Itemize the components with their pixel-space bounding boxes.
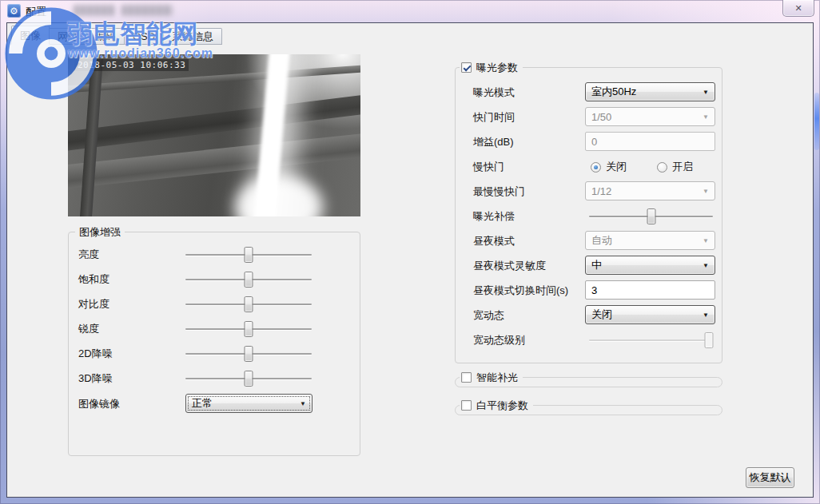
slowest-shutter-dropdown: 1/12 ▼ bbox=[585, 181, 715, 200]
slowest-shutter-label: 最慢慢快门 bbox=[473, 185, 525, 199]
image-enhance-title: 图像增强 bbox=[75, 225, 125, 240]
tab-network[interactable]: 网络 bbox=[50, 28, 87, 45]
chevron-down-icon: ▼ bbox=[703, 262, 709, 269]
slow-shutter-off-label: 关闭 bbox=[606, 160, 627, 174]
nr3d-label: 3D降噪 bbox=[78, 371, 113, 386]
exposure-group: 曝光参数 曝光模式 室内50Hz ▼ 快门时间 1/50 ▼ 增益(dB) bbox=[455, 67, 722, 363]
slider-thumb[interactable] bbox=[245, 247, 253, 263]
slider-thumb[interactable] bbox=[647, 208, 655, 224]
nr2d-slider[interactable] bbox=[185, 345, 312, 363]
tab-image[interactable]: 图像 bbox=[11, 26, 50, 45]
day-night-mode-value: 自动 bbox=[591, 233, 612, 248]
slowest-shutter-value: 1/12 bbox=[591, 185, 611, 197]
contrast-slider[interactable] bbox=[185, 296, 312, 313]
app-window: ⚙ 配置 ✕ 图像 网络 编码 OSD 系统信息 2018-05-03 10:0… bbox=[0, 0, 820, 504]
wdr-level-slider bbox=[589, 331, 713, 349]
saturation-slider[interactable] bbox=[185, 271, 312, 288]
nr3d-slider[interactable] bbox=[185, 370, 312, 387]
slider-thumb[interactable] bbox=[245, 371, 253, 387]
brightness-label: 亮度 bbox=[78, 248, 99, 262]
chevron-down-icon: ▼ bbox=[703, 237, 709, 244]
slider-thumb bbox=[705, 332, 714, 348]
wdr-value: 关闭 bbox=[591, 308, 612, 322]
day-night-mode-label: 昼夜模式 bbox=[473, 234, 515, 248]
camera-preview: 2018-05-03 10:06:33 bbox=[68, 54, 360, 216]
white-balance-group: 白平衡参数 bbox=[455, 405, 722, 415]
radio-icon[interactable] bbox=[657, 162, 667, 173]
wdr-level-label: 宽动态级别 bbox=[473, 333, 525, 347]
tab-osd[interactable]: OSD bbox=[125, 28, 164, 45]
chevron-down-icon: ▼ bbox=[703, 89, 709, 96]
tab-bar: 图像 网络 编码 OSD 系统信息 bbox=[11, 26, 222, 45]
switch-time-input[interactable]: 3 bbox=[585, 280, 715, 300]
censored-text-block bbox=[121, 5, 173, 16]
chevron-down-icon: ▼ bbox=[703, 312, 709, 319]
brightness-slider[interactable] bbox=[185, 246, 312, 264]
switch-time-value: 3 bbox=[591, 284, 597, 296]
chevron-down-icon: ▼ bbox=[703, 113, 709, 121]
gain-input: 0 bbox=[585, 132, 715, 151]
shutter-time-value: 1/50 bbox=[591, 111, 611, 123]
slow-shutter-on-radio[interactable]: 开启 bbox=[657, 160, 693, 174]
tab-system-info[interactable]: 系统信息 bbox=[164, 28, 222, 45]
timestamp-overlay: 2018-05-03 10:06:33 bbox=[74, 59, 189, 71]
switch-time-label: 昼夜模式切换时间(s) bbox=[473, 284, 568, 298]
sharpness-slider[interactable] bbox=[185, 320, 312, 338]
wdr-dropdown[interactable]: 关闭 ▼ bbox=[585, 305, 715, 324]
day-night-mode-dropdown: 自动 ▼ bbox=[585, 231, 715, 250]
titlebar[interactable]: ⚙ 配置 ✕ bbox=[0, 0, 820, 22]
config-dialog: 图像 网络 编码 OSD 系统信息 2018-05-03 10:06:33 图像… bbox=[6, 22, 814, 498]
smart-light-group: 智能补光 bbox=[455, 377, 722, 387]
saturation-label: 饱和度 bbox=[78, 272, 109, 287]
window-edge-glow bbox=[814, 93, 819, 150]
contrast-label: 对比度 bbox=[78, 297, 109, 312]
window-title: 配置 bbox=[26, 5, 46, 19]
shutter-time-label: 快门时间 bbox=[473, 110, 515, 125]
slider-thumb[interactable] bbox=[245, 346, 253, 362]
slow-shutter-on-label: 开启 bbox=[672, 160, 693, 174]
mirror-label: 图像镜像 bbox=[78, 397, 120, 411]
day-night-sensitivity-label: 昼夜模式灵敏度 bbox=[473, 259, 546, 273]
slider-thumb[interactable] bbox=[245, 296, 253, 312]
exposure-mode-dropdown[interactable]: 室内50Hz ▼ bbox=[585, 82, 715, 101]
censored-text-block bbox=[74, 5, 115, 16]
gain-label: 增益(dB) bbox=[473, 135, 514, 149]
nr2d-label: 2D降噪 bbox=[78, 347, 113, 361]
gain-value: 0 bbox=[591, 136, 597, 148]
exposure-compensation-slider[interactable] bbox=[589, 208, 713, 225]
slider-thumb[interactable] bbox=[245, 272, 253, 288]
sharpness-label: 锐度 bbox=[78, 322, 99, 336]
exposure-checkbox[interactable] bbox=[461, 62, 472, 73]
exposure-title: 曝光参数 bbox=[476, 61, 518, 75]
chevron-down-icon: ▼ bbox=[703, 188, 709, 195]
white-balance-title: 白平衡参数 bbox=[476, 399, 528, 413]
image-enhance-group: 图像增强 亮度 饱和度 对比度 bbox=[68, 232, 360, 456]
slow-shutter-label: 慢快门 bbox=[473, 160, 504, 174]
smart-light-checkbox[interactable] bbox=[461, 372, 472, 383]
exposure-mode-label: 曝光模式 bbox=[473, 85, 515, 100]
chevron-down-icon: ▼ bbox=[300, 400, 306, 407]
slider-track bbox=[589, 339, 713, 341]
gear-icon: ⚙ bbox=[7, 4, 21, 18]
slow-shutter-off-radio[interactable]: 关闭 bbox=[591, 160, 627, 174]
wdr-label: 宽动态 bbox=[473, 308, 504, 323]
white-balance-checkbox[interactable] bbox=[461, 400, 472, 411]
close-button[interactable]: ✕ bbox=[782, 0, 814, 17]
exposure-compensation-label: 曝光补偿 bbox=[473, 209, 515, 224]
exposure-mode-value: 室内50Hz bbox=[591, 85, 636, 99]
restore-defaults-button[interactable]: 恢复默认 bbox=[746, 467, 794, 488]
mirror-value: 正常 bbox=[192, 396, 213, 411]
smart-light-title: 智能补光 bbox=[476, 371, 518, 385]
slider-thumb[interactable] bbox=[245, 321, 253, 337]
radio-icon[interactable] bbox=[591, 162, 601, 173]
tab-encoding[interactable]: 编码 bbox=[87, 28, 125, 45]
shutter-time-dropdown: 1/50 ▼ bbox=[585, 107, 715, 126]
day-night-sensitivity-value: 中 bbox=[591, 258, 602, 272]
day-night-sensitivity-dropdown[interactable]: 中 ▼ bbox=[585, 256, 715, 275]
mirror-dropdown[interactable]: 正常 ▼ bbox=[185, 394, 312, 413]
